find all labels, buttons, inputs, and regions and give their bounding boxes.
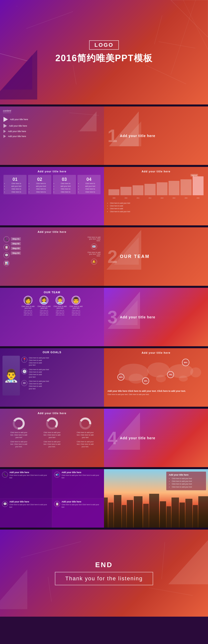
step-item: Step 04	[11, 252, 86, 255]
slide-goals: OUR GOALS 👨‍⚕️ 📍 Click here to add your …	[0, 348, 104, 407]
svg-rect-25	[167, 506, 171, 528]
list-item: Add your title here	[3, 117, 101, 122]
list-item: Add your title here	[3, 130, 101, 133]
slide-steps: Add your title here 📞 📋 💬 📊 Step 01 Step…	[0, 227, 104, 286]
slide-number-3: 3 Add your title here	[104, 288, 208, 346]
svg-line-1	[183, 0, 208, 50]
donuts-heading: Add your title here	[3, 412, 101, 415]
contact-cell: 💬 Add your title here Click here to add …	[0, 498, 52, 528]
donut-chart	[78, 417, 92, 430]
slide-title: LOGO 2016简约唯美PPT模板	[0, 0, 208, 104]
slide-city: Add your title here Click here to add yo…	[104, 469, 208, 528]
svg-rect-27	[180, 502, 185, 528]
avatar: 👨‍💼	[56, 296, 65, 305]
stat-item: 03 Click here to add your text Click her…	[53, 175, 76, 194]
goals-icon: ✉	[21, 380, 27, 386]
svg-point-5	[147, 362, 170, 377]
step-item: Step 01	[11, 237, 86, 240]
slide-donuts: Add your title here Click here to add yo…	[0, 409, 104, 467]
step-icon: 📋	[3, 244, 9, 250]
svg-rect-26	[172, 498, 179, 528]
slide-stats: Add your title here 01 Click here to add…	[0, 167, 104, 225]
svg-rect-21	[134, 496, 142, 528]
slide-number-title: 1 Add your title here	[104, 106, 208, 165]
team-member: 👨 Click here to addyour text Click here …	[70, 296, 83, 316]
svg-point-4	[129, 374, 144, 384]
team-row: 👩 Click here to addyour text Click here …	[3, 296, 101, 316]
svg-rect-22	[143, 504, 149, 528]
barchart-heading: Add your title here	[107, 170, 205, 173]
goals-heading: OUR GOALS	[2, 351, 102, 354]
slide-team: OUR TEAM 👩 Click here to addyour text Cl…	[0, 288, 104, 346]
list-item: Add your title here	[3, 124, 101, 128]
svg-rect-20	[127, 500, 133, 528]
step-icon-right: 📧	[91, 244, 97, 250]
divider-6	[0, 407, 208, 409]
avatar: 👨	[72, 296, 80, 305]
slide-end: END Thank you for the listening	[0, 530, 208, 617]
donut-chart	[12, 417, 26, 430]
map-heading: Add your title here	[107, 351, 205, 354]
divider-5	[0, 346, 208, 348]
donut-item: Click here to add yourtext. Click here t…	[43, 417, 60, 438]
content-list: Add your title here Add your title here …	[3, 117, 101, 138]
step-icon: 📞	[3, 236, 9, 242]
end-label: END	[95, 561, 113, 569]
map-dot: 40%	[142, 377, 149, 384]
bullet-icon	[3, 135, 6, 138]
donut-chart	[45, 417, 59, 430]
map-dot: 75%	[167, 371, 174, 378]
slide-our-team-num: 2 OUR TEAM	[104, 227, 208, 286]
step-item: Step 03	[11, 247, 86, 250]
contact-cell: 📋 Add your title here Click here to add …	[52, 498, 104, 528]
divider-4	[0, 286, 208, 288]
slide-row-7: Add your title here Click here to add yo…	[0, 409, 208, 467]
svg-rect-28	[185, 499, 192, 528]
team-member: 👨‍💼 Click here to addyour text Click her…	[54, 296, 67, 316]
svg-rect-24	[160, 501, 166, 528]
city-overlay: Add your title here Click here to add yo…	[166, 472, 206, 490]
goals-icon: 🕐	[21, 368, 27, 374]
end-subtitle: Thank you for the listening	[55, 572, 153, 585]
divider-2	[0, 165, 208, 167]
slide-row-6: OUR GOALS 👨‍⚕️ 📍 Click here to add your …	[0, 348, 208, 407]
logo: LOGO	[89, 40, 119, 50]
svg-rect-18	[114, 495, 121, 528]
divider-7	[0, 467, 208, 469]
slide-contact: 📞 Add your title here Click here to add …	[0, 469, 104, 528]
slide-content-list: content Add your title here Add your tit…	[0, 106, 104, 165]
slide-row-8: 📞 Add your title here Click here to add …	[0, 469, 208, 528]
stats-heading: Add your title here	[3, 170, 101, 173]
slide-row-4: Add your title here 📞 📋 💬 📊 Step 01 Step…	[0, 227, 208, 286]
svg-rect-23	[149, 494, 159, 528]
bullet-icon	[3, 124, 7, 128]
slide-map: Add your title here 60% 40% 75% 80%	[104, 348, 208, 407]
step-icon-right: 🔔	[91, 259, 97, 265]
contact-icon: 📞	[2, 472, 8, 478]
map-dot: 80%	[182, 359, 189, 366]
main-title: 2016简约唯美PPT模板	[55, 52, 153, 64]
svg-point-8	[179, 376, 188, 382]
donut-item: Click here to add yourtext. Click here t…	[10, 417, 27, 438]
team-member: 👩‍💼 Click here to addyour text Click her…	[37, 296, 51, 316]
step-list: Step 01 Step 02 Step 03 Step 04	[11, 237, 86, 266]
team-member: 👩 Click here to addyour text Click here …	[21, 296, 34, 316]
svg-rect-17	[108, 502, 113, 528]
bullet-icon	[3, 130, 6, 133]
goals-icon: 📍	[21, 357, 27, 363]
donut-item: Click here to add yourtext. Click here t…	[77, 417, 94, 438]
svg-rect-19	[122, 505, 126, 528]
svg-rect-29	[193, 505, 198, 528]
divider-8	[0, 528, 208, 530]
slide-barchart: Add your title here highest 2009 2010 20…	[104, 167, 208, 225]
map-dot: 60%	[117, 374, 124, 380]
slide-row-3: Add your title here 01 Click here to add…	[0, 167, 208, 225]
slide-row-2: content Add your title here Add your tit…	[0, 106, 208, 165]
step-item: Step 02	[11, 242, 86, 245]
stat-item: 01 Click here to add your text Click her…	[3, 175, 26, 194]
contact-icon: 💬	[2, 501, 8, 507]
divider-1	[0, 104, 208, 106]
svg-point-9	[190, 368, 201, 377]
steps-heading: Add your title here	[3, 230, 101, 233]
stat-item: 02 Click here to add your text Click her…	[28, 175, 51, 194]
